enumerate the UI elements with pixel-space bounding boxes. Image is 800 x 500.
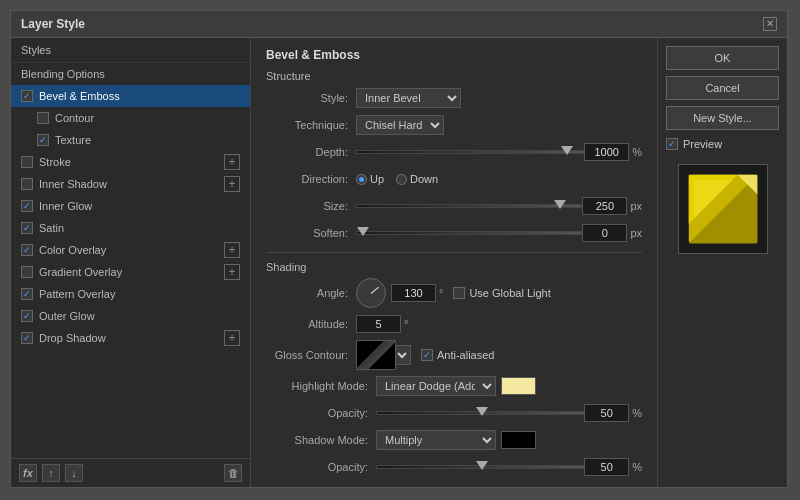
inner-glow-checkbox[interactable]: ✓	[21, 200, 33, 212]
depth-slider-track[interactable]	[356, 150, 584, 154]
delete-button[interactable]: 🗑	[224, 464, 242, 482]
sidebar-item-inner-glow[interactable]: ✓ Inner Glow	[11, 195, 250, 217]
bevel-emboss-label: Bevel & Emboss	[39, 90, 120, 102]
gradient-overlay-add-btn[interactable]: +	[224, 264, 240, 280]
outer-glow-checkbox[interactable]: ✓	[21, 310, 33, 322]
size-row: Size: 250 px	[266, 195, 642, 217]
altitude-row: Altitude: 5 °	[266, 313, 642, 335]
altitude-label: Altitude:	[266, 318, 356, 330]
cancel-button[interactable]: Cancel	[666, 76, 779, 100]
style-row: Style: Inner Bevel Outer Bevel Emboss Pi…	[266, 87, 642, 109]
soften-slider-thumb[interactable]	[357, 227, 369, 236]
sidebar-item-drop-shadow[interactable]: ✓ Drop Shadow +	[11, 327, 250, 349]
shadow-opacity-track[interactable]	[376, 465, 584, 469]
depth-slider-container	[356, 150, 584, 154]
structure-subtitle: Structure	[266, 70, 642, 82]
highlight-opacity-input[interactable]: 50	[584, 404, 629, 422]
sidebar-item-stroke[interactable]: Stroke +	[11, 151, 250, 173]
soften-input[interactable]: 0	[582, 224, 627, 242]
angle-dial[interactable]	[356, 278, 386, 308]
anti-aliased-label[interactable]: ✓ Anti-aliased	[421, 349, 494, 361]
anti-aliased-text: Anti-aliased	[437, 349, 494, 361]
inner-shadow-checkbox[interactable]	[21, 178, 33, 190]
angle-line	[371, 286, 379, 293]
sidebar-item-satin[interactable]: ✓ Satin	[11, 217, 250, 239]
ok-button[interactable]: OK	[666, 46, 779, 70]
highlight-opacity-track[interactable]	[376, 411, 584, 415]
depth-label: Depth:	[266, 146, 356, 158]
pattern-overlay-checkbox[interactable]: ✓	[21, 288, 33, 300]
use-global-light-checkbox-label[interactable]: Use Global Light	[453, 287, 550, 299]
direction-down-circle[interactable]	[396, 174, 407, 185]
new-style-button[interactable]: New Style...	[666, 106, 779, 130]
altitude-input[interactable]: 5	[356, 315, 401, 333]
blending-options-label: Blending Options	[21, 68, 105, 80]
color-overlay-checkbox[interactable]: ✓	[21, 244, 33, 256]
stroke-checkbox[interactable]	[21, 156, 33, 168]
direction-up-circle[interactable]	[356, 174, 367, 185]
sidebar-item-blending-options[interactable]: Blending Options	[11, 63, 250, 85]
sidebar-item-bevel-emboss[interactable]: ✓ Bevel & Emboss	[11, 85, 250, 107]
title-bar: Layer Style ✕	[11, 11, 787, 38]
shadow-opacity-unit: %	[632, 461, 642, 473]
divider-shading	[266, 252, 642, 253]
inner-shadow-label: Inner Shadow	[39, 178, 107, 190]
preview-checkbox[interactable]: ✓	[666, 138, 678, 150]
color-overlay-add-btn[interactable]: +	[224, 242, 240, 258]
highlight-mode-label: Highlight Mode:	[266, 380, 376, 392]
texture-checkbox[interactable]: ✓	[37, 134, 49, 146]
sidebar-item-color-overlay[interactable]: ✓ Color Overlay +	[11, 239, 250, 261]
sidebar-item-contour[interactable]: Contour	[11, 107, 250, 129]
contour-checkbox[interactable]	[37, 112, 49, 124]
gloss-contour-preview[interactable]	[356, 340, 396, 370]
sidebar-item-inner-shadow[interactable]: Inner Shadow +	[11, 173, 250, 195]
size-slider-thumb[interactable]	[554, 200, 566, 209]
highlight-color-swatch[interactable]	[501, 377, 536, 395]
use-global-light-checkbox[interactable]	[453, 287, 465, 299]
gloss-contour-dropdown[interactable]	[395, 345, 411, 365]
highlight-mode-select[interactable]: Linear Dodge (Add) Normal Screen	[376, 376, 496, 396]
soften-slider-track[interactable]	[356, 231, 582, 235]
dialog-body: Styles Blending Options ✓ Bevel & Emboss…	[11, 38, 787, 487]
fx-button[interactable]: fx	[19, 464, 37, 482]
stroke-add-btn[interactable]: +	[224, 154, 240, 170]
direction-up-radio[interactable]: Up	[356, 173, 384, 185]
technique-select[interactable]: Chisel Hard Chisel Soft Smooth	[356, 115, 444, 135]
highlight-opacity-slider-container	[376, 411, 584, 415]
shadow-color-swatch[interactable]	[501, 431, 536, 449]
shadow-opacity-thumb[interactable]	[476, 461, 488, 470]
gradient-overlay-checkbox[interactable]	[21, 266, 33, 278]
highlight-opacity-label: Opacity:	[266, 407, 376, 419]
sidebar-item-outer-glow[interactable]: ✓ Outer Glow	[11, 305, 250, 327]
depth-slider-thumb[interactable]	[561, 146, 573, 155]
sidebar-item-pattern-overlay[interactable]: ✓ Pattern Overlay	[11, 283, 250, 305]
bevel-emboss-checkbox[interactable]: ✓	[21, 90, 33, 102]
sidebar-item-gradient-overlay[interactable]: Gradient Overlay +	[11, 261, 250, 283]
anti-aliased-checkbox[interactable]: ✓	[421, 349, 433, 361]
drop-shadow-checkbox[interactable]: ✓	[21, 332, 33, 344]
style-select[interactable]: Inner Bevel Outer Bevel Emboss Pillow Em…	[356, 88, 461, 108]
soften-label: Soften:	[266, 227, 356, 239]
shadow-opacity-input[interactable]: 50	[584, 458, 629, 476]
left-panel: Styles Blending Options ✓ Bevel & Emboss…	[11, 38, 251, 487]
size-slider-track[interactable]	[356, 204, 582, 208]
satin-checkbox[interactable]: ✓	[21, 222, 33, 234]
depth-input[interactable]: 1000	[584, 143, 629, 161]
color-overlay-label: Color Overlay	[39, 244, 106, 256]
angle-input[interactable]: 130	[391, 284, 436, 302]
move-up-button[interactable]: ↑	[42, 464, 60, 482]
shadow-mode-select[interactable]: Multiply Normal Screen	[376, 430, 496, 450]
inner-shadow-add-btn[interactable]: +	[224, 176, 240, 192]
use-global-light-label: Use Global Light	[469, 287, 550, 299]
stroke-label: Stroke	[39, 156, 71, 168]
highlight-mode-row: Highlight Mode: Linear Dodge (Add) Norma…	[266, 375, 642, 397]
highlight-opacity-thumb[interactable]	[476, 407, 488, 416]
drop-shadow-add-btn[interactable]: +	[224, 330, 240, 346]
texture-label: Texture	[55, 134, 91, 146]
angle-unit: °	[439, 287, 443, 299]
size-input[interactable]: 250	[582, 197, 627, 215]
close-button[interactable]: ✕	[763, 17, 777, 31]
move-down-button[interactable]: ↓	[65, 464, 83, 482]
direction-down-radio[interactable]: Down	[396, 173, 438, 185]
sidebar-item-texture[interactable]: ✓ Texture	[11, 129, 250, 151]
